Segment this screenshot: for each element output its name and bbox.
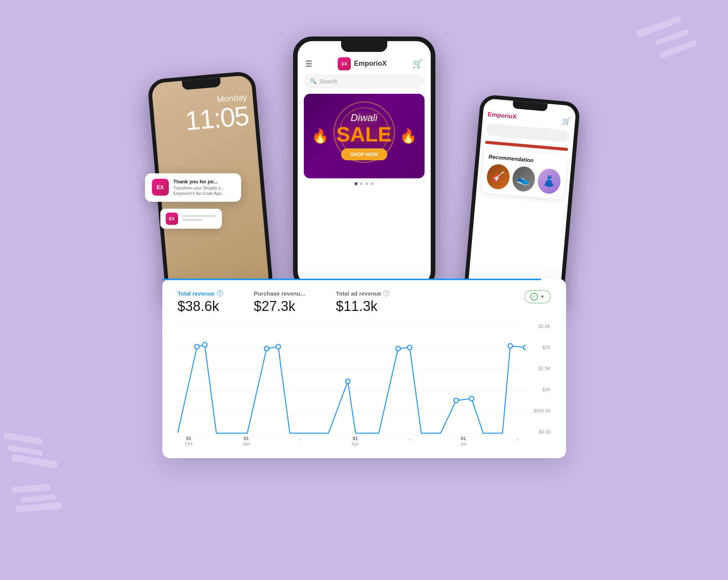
ex-line-2 bbox=[182, 219, 203, 221]
x-label-oct: 01 Oct bbox=[185, 436, 193, 447]
y-label-1000: $1K bbox=[542, 387, 550, 392]
scene-container: Monday 11:05 EX Thank you for joi... Tra… bbox=[133, 40, 595, 540]
phone-right: EmporioX 🛒 Recommendation 🎸 👟 👗 bbox=[463, 94, 580, 306]
recommendation-images: 🎸 👟 👗 bbox=[486, 163, 561, 194]
search-bar-placeholder: Search bbox=[320, 78, 338, 85]
y-label-0: $0.00 bbox=[539, 429, 550, 435]
rec-item-1[interactable]: 🎸 bbox=[486, 163, 510, 190]
phone-center-notch bbox=[341, 41, 387, 52]
banner-dots bbox=[298, 182, 431, 185]
diwali-banner: 🔥 Diwali SALE SHOP NOW 🔥 bbox=[304, 94, 425, 178]
chart-svg bbox=[178, 324, 526, 435]
hamburger-icon[interactable]: ☰ bbox=[305, 59, 312, 68]
phone-left-content: Monday 11:05 bbox=[152, 84, 256, 145]
y-label-2000: $2K bbox=[542, 345, 550, 350]
total-revenue-value: $38.6k bbox=[178, 298, 223, 314]
search-bar[interactable]: 🔍 Search bbox=[304, 74, 425, 88]
dot-3[interactable] bbox=[365, 182, 368, 185]
phones-row: Monday 11:05 EX Thank you for joi... Tra… bbox=[133, 40, 595, 309]
chart-svg-area bbox=[178, 324, 526, 435]
metrics-row: Total revenue ? $38.6k Purchase revenu..… bbox=[178, 290, 390, 314]
rec-item-3[interactable]: 👗 bbox=[537, 168, 561, 194]
rec-item-2[interactable]: 👟 bbox=[511, 165, 536, 192]
filter-check-icon: ✓ bbox=[530, 293, 538, 301]
x-label-jul: 01 Jul bbox=[460, 436, 466, 447]
total-revenue-help-icon[interactable]: ? bbox=[217, 290, 223, 296]
phone-center-content: ☰ EX EmporioX 🛒 🔍 Search bbox=[298, 52, 431, 286]
analytics-header: Total revenue ? $38.6k Purchase revenu..… bbox=[178, 290, 551, 314]
chart-y-labels: $2.5K $2K $1.5K $1K $500.00 $0.00 bbox=[528, 324, 551, 435]
notification-card: EX Thank you for joi... Transform your S… bbox=[145, 173, 241, 202]
sale-text: SALE bbox=[336, 124, 391, 145]
ex-line-1 bbox=[182, 215, 217, 217]
app-header: ☰ EX EmporioX 🛒 bbox=[298, 52, 431, 74]
right-cart-icon[interactable]: 🛒 bbox=[561, 116, 571, 126]
total-revenue-label: Total revenue ? bbox=[178, 290, 223, 297]
metric-ad-revenue: Total ad revenue ? $11.3k bbox=[336, 290, 390, 314]
dot-4[interactable] bbox=[371, 182, 374, 185]
logo-badge: EX bbox=[338, 57, 351, 70]
x-label-dot2: . bbox=[409, 436, 410, 447]
top-blue-line bbox=[162, 279, 541, 280]
ad-revenue-label: Total ad revenue ? bbox=[336, 290, 390, 297]
filter-dropdown-arrow: ▼ bbox=[540, 294, 545, 299]
app-logo: EX EmporioX bbox=[338, 57, 386, 70]
right-logo-text: EmporioX bbox=[487, 111, 517, 120]
svg-point-12 bbox=[407, 345, 412, 350]
svg-point-15 bbox=[508, 344, 512, 348]
x-label-dot1: . bbox=[300, 436, 302, 447]
x-label-dot3: . bbox=[516, 436, 518, 447]
svg-point-13 bbox=[453, 398, 458, 403]
svg-point-8 bbox=[264, 346, 269, 351]
purchase-revenue-label: Purchase revenu... bbox=[254, 290, 305, 297]
y-label-1500: $1.5K bbox=[538, 366, 550, 371]
svg-point-9 bbox=[276, 344, 280, 349]
ad-revenue-value: $11.3k bbox=[336, 298, 390, 314]
ex-small-lines bbox=[182, 215, 217, 223]
metric-purchase-revenue: Purchase revenu... $27.3k bbox=[254, 290, 305, 314]
ex-small-icon: EX bbox=[166, 213, 178, 225]
right-search-bar[interactable] bbox=[486, 123, 570, 143]
diwali-title: Diwali bbox=[336, 112, 391, 124]
y-label-500: $500.00 bbox=[534, 408, 550, 414]
phone-center: ☰ EX EmporioX 🛒 🔍 Search bbox=[293, 37, 435, 290]
notification-body: Transform your Shopify s... EmporioX's N… bbox=[173, 185, 234, 196]
phone-right-content: EmporioX 🛒 Recommendation 🎸 👟 👗 bbox=[476, 106, 576, 204]
cart-icon[interactable]: 🛒 bbox=[412, 59, 423, 69]
flame-right-icon: 🔥 bbox=[400, 128, 417, 144]
svg-point-10 bbox=[345, 379, 350, 384]
svg-point-14 bbox=[469, 396, 474, 401]
y-label-2500: $2.5K bbox=[538, 324, 550, 329]
ad-revenue-help-icon[interactable]: ? bbox=[383, 290, 390, 296]
notif-app-icon: EX bbox=[152, 179, 169, 196]
chart-x-labels: 01 Oct 01 Jan . 01 Apr . bbox=[178, 436, 526, 447]
notification-text: Thank you for joi... Transform your Shop… bbox=[173, 179, 234, 196]
flame-left-icon: 🔥 bbox=[312, 128, 329, 144]
svg-point-7 bbox=[202, 342, 207, 347]
svg-point-16 bbox=[523, 345, 525, 350]
purchase-revenue-value: $27.3k bbox=[254, 298, 305, 314]
banner-text-block: Diwali SALE SHOP NOW bbox=[336, 112, 391, 160]
dot-2[interactable] bbox=[360, 182, 363, 185]
ex-small-card: EX bbox=[160, 209, 222, 229]
recommendation-section: Recommendation 🎸 👟 👗 bbox=[481, 148, 567, 199]
x-label-jan: 01 Jan bbox=[243, 436, 250, 447]
shop-now-button[interactable]: SHOP NOW bbox=[341, 148, 387, 160]
dot-1[interactable] bbox=[355, 182, 358, 185]
notification-title: Thank you for joi... bbox=[173, 179, 234, 184]
logo-brand-name: EmporioX bbox=[354, 60, 386, 68]
metric-total-revenue: Total revenue ? $38.6k bbox=[178, 290, 223, 314]
filter-button[interactable]: ✓ ▼ bbox=[525, 290, 551, 303]
recommendation-title: Recommendation bbox=[488, 153, 562, 166]
svg-point-11 bbox=[396, 346, 400, 351]
svg-point-6 bbox=[195, 344, 199, 349]
chart-container: $2.5K $2K $1.5K $1K $500.00 $0.00 bbox=[178, 324, 551, 447]
x-label-apr: 01 Apr bbox=[352, 436, 359, 447]
search-bar-icon: 🔍 bbox=[310, 78, 317, 84]
right-header: EmporioX 🛒 bbox=[487, 110, 571, 126]
analytics-card: Total revenue ? $38.6k Purchase revenu..… bbox=[162, 279, 566, 458]
